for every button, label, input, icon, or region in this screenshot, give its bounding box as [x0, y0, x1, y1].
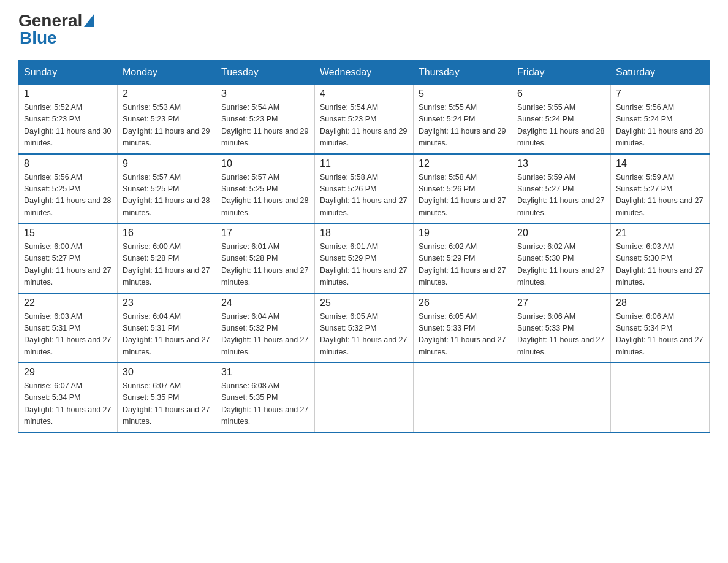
calendar-week-4: 22Sunrise: 6:03 AMSunset: 5:31 PMDayligh…	[19, 293, 710, 363]
day-info: Sunrise: 6:07 AMSunset: 5:34 PMDaylight:…	[24, 380, 112, 428]
calendar-cell: 21Sunrise: 6:03 AMSunset: 5:30 PMDayligh…	[611, 223, 710, 293]
calendar-cell	[512, 362, 611, 432]
calendar-cell: 12Sunrise: 5:58 AMSunset: 5:26 PMDayligh…	[414, 154, 512, 224]
calendar-week-5: 29Sunrise: 6:07 AMSunset: 5:34 PMDayligh…	[19, 362, 710, 432]
calendar-cell: 14Sunrise: 5:59 AMSunset: 5:27 PMDayligh…	[611, 154, 710, 224]
day-info: Sunrise: 6:01 AMSunset: 5:28 PMDaylight:…	[221, 241, 309, 289]
day-number: 29	[24, 367, 112, 378]
day-number: 26	[419, 297, 507, 308]
logo-arrow-icon	[84, 13, 94, 27]
day-number: 14	[616, 158, 704, 169]
day-info: Sunrise: 5:54 AMSunset: 5:23 PMDaylight:…	[221, 102, 309, 150]
calendar-cell: 15Sunrise: 6:00 AMSunset: 5:27 PMDayligh…	[19, 223, 118, 293]
calendar-cell: 8Sunrise: 5:56 AMSunset: 5:25 PMDaylight…	[19, 154, 118, 224]
logo-general-text: General	[18, 12, 82, 29]
day-number: 19	[419, 228, 507, 239]
day-number: 22	[24, 297, 112, 308]
day-number: 2	[123, 88, 211, 99]
calendar-cell: 19Sunrise: 6:02 AMSunset: 5:29 PMDayligh…	[414, 223, 512, 293]
day-number: 30	[123, 367, 211, 378]
day-info: Sunrise: 5:57 AMSunset: 5:25 PMDaylight:…	[221, 172, 309, 220]
day-number: 8	[24, 158, 112, 169]
day-number: 18	[320, 228, 408, 239]
day-info: Sunrise: 5:56 AMSunset: 5:24 PMDaylight:…	[616, 102, 704, 150]
day-number: 5	[419, 88, 507, 99]
calendar-cell: 18Sunrise: 6:01 AMSunset: 5:29 PMDayligh…	[315, 223, 414, 293]
calendar-cell: 26Sunrise: 6:05 AMSunset: 5:33 PMDayligh…	[414, 293, 512, 363]
header-cell-sunday: Sunday	[19, 61, 118, 85]
calendar-cell	[414, 362, 512, 432]
calendar-header: SundayMondayTuesdayWednesdayThursdayFrid…	[19, 61, 710, 85]
day-number: 17	[221, 228, 309, 239]
day-info: Sunrise: 5:58 AMSunset: 5:26 PMDaylight:…	[419, 172, 507, 220]
calendar-cell: 27Sunrise: 6:06 AMSunset: 5:33 PMDayligh…	[512, 293, 611, 363]
calendar-cell: 4Sunrise: 5:54 AMSunset: 5:23 PMDaylight…	[315, 85, 414, 154]
calendar-cell: 13Sunrise: 5:59 AMSunset: 5:27 PMDayligh…	[512, 154, 611, 224]
calendar-cell: 11Sunrise: 5:58 AMSunset: 5:26 PMDayligh…	[315, 154, 414, 224]
calendar-cell: 7Sunrise: 5:56 AMSunset: 5:24 PMDaylight…	[611, 85, 710, 154]
day-info: Sunrise: 6:02 AMSunset: 5:30 PMDaylight:…	[517, 241, 605, 289]
day-number: 20	[517, 228, 605, 239]
day-info: Sunrise: 6:00 AMSunset: 5:27 PMDaylight:…	[24, 241, 112, 289]
calendar-cell: 3Sunrise: 5:54 AMSunset: 5:23 PMDaylight…	[216, 85, 315, 154]
day-info: Sunrise: 6:04 AMSunset: 5:31 PMDaylight:…	[123, 311, 211, 359]
header-cell-saturday: Saturday	[611, 61, 710, 85]
day-number: 24	[221, 297, 309, 308]
day-info: Sunrise: 5:57 AMSunset: 5:25 PMDaylight:…	[123, 172, 211, 220]
calendar-cell: 20Sunrise: 6:02 AMSunset: 5:30 PMDayligh…	[512, 223, 611, 293]
calendar-cell: 9Sunrise: 5:57 AMSunset: 5:25 PMDaylight…	[118, 154, 216, 224]
day-number: 9	[123, 158, 211, 169]
calendar-cell: 10Sunrise: 5:57 AMSunset: 5:25 PMDayligh…	[216, 154, 315, 224]
calendar-cell: 16Sunrise: 6:00 AMSunset: 5:28 PMDayligh…	[118, 223, 216, 293]
calendar-cell: 1Sunrise: 5:52 AMSunset: 5:23 PMDaylight…	[19, 85, 118, 154]
logo: General Blue	[18, 12, 94, 48]
calendar-cell: 5Sunrise: 5:55 AMSunset: 5:24 PMDaylight…	[414, 85, 512, 154]
calendar-cell: 28Sunrise: 6:06 AMSunset: 5:34 PMDayligh…	[611, 293, 710, 363]
day-info: Sunrise: 6:01 AMSunset: 5:29 PMDaylight:…	[320, 241, 408, 289]
day-info: Sunrise: 5:55 AMSunset: 5:24 PMDaylight:…	[419, 102, 507, 150]
calendar-cell: 30Sunrise: 6:07 AMSunset: 5:35 PMDayligh…	[118, 362, 216, 432]
day-number: 10	[221, 158, 309, 169]
calendar-body: 1Sunrise: 5:52 AMSunset: 5:23 PMDaylight…	[19, 85, 710, 432]
day-info: Sunrise: 6:04 AMSunset: 5:32 PMDaylight:…	[221, 311, 309, 359]
header-cell-wednesday: Wednesday	[315, 61, 414, 85]
calendar-cell: 25Sunrise: 6:05 AMSunset: 5:32 PMDayligh…	[315, 293, 414, 363]
day-number: 27	[517, 297, 605, 308]
header-row: SundayMondayTuesdayWednesdayThursdayFrid…	[19, 61, 710, 85]
day-info: Sunrise: 5:59 AMSunset: 5:27 PMDaylight:…	[616, 172, 704, 220]
day-info: Sunrise: 6:06 AMSunset: 5:34 PMDaylight:…	[616, 311, 704, 359]
day-number: 21	[616, 228, 704, 239]
day-info: Sunrise: 5:59 AMSunset: 5:27 PMDaylight:…	[517, 172, 605, 220]
day-number: 15	[24, 228, 112, 239]
calendar-cell: 17Sunrise: 6:01 AMSunset: 5:28 PMDayligh…	[216, 223, 315, 293]
header-cell-tuesday: Tuesday	[216, 61, 315, 85]
header-cell-friday: Friday	[512, 61, 611, 85]
calendar-cell	[315, 362, 414, 432]
day-number: 16	[123, 228, 211, 239]
header-cell-thursday: Thursday	[414, 61, 512, 85]
calendar-cell: 23Sunrise: 6:04 AMSunset: 5:31 PMDayligh…	[118, 293, 216, 363]
calendar-cell: 2Sunrise: 5:53 AMSunset: 5:23 PMDaylight…	[118, 85, 216, 154]
day-info: Sunrise: 6:07 AMSunset: 5:35 PMDaylight:…	[123, 380, 211, 428]
day-number: 23	[123, 297, 211, 308]
day-info: Sunrise: 5:54 AMSunset: 5:23 PMDaylight:…	[320, 102, 408, 150]
day-number: 1	[24, 88, 112, 99]
day-info: Sunrise: 6:08 AMSunset: 5:35 PMDaylight:…	[221, 380, 309, 428]
day-number: 7	[616, 88, 704, 99]
calendar-cell: 29Sunrise: 6:07 AMSunset: 5:34 PMDayligh…	[19, 362, 118, 432]
header-cell-monday: Monday	[118, 61, 216, 85]
calendar-cell: 6Sunrise: 5:55 AMSunset: 5:24 PMDaylight…	[512, 85, 611, 154]
day-info: Sunrise: 5:53 AMSunset: 5:23 PMDaylight:…	[123, 102, 211, 150]
day-number: 4	[320, 88, 408, 99]
day-info: Sunrise: 6:02 AMSunset: 5:29 PMDaylight:…	[419, 241, 507, 289]
calendar-week-3: 15Sunrise: 6:00 AMSunset: 5:27 PMDayligh…	[19, 223, 710, 293]
day-info: Sunrise: 5:56 AMSunset: 5:25 PMDaylight:…	[24, 172, 112, 220]
calendar-table: SundayMondayTuesdayWednesdayThursdayFrid…	[18, 60, 710, 433]
day-info: Sunrise: 5:55 AMSunset: 5:24 PMDaylight:…	[517, 102, 605, 150]
day-info: Sunrise: 6:05 AMSunset: 5:33 PMDaylight:…	[419, 311, 507, 359]
day-number: 11	[320, 158, 408, 169]
day-info: Sunrise: 6:05 AMSunset: 5:32 PMDaylight:…	[320, 311, 408, 359]
day-info: Sunrise: 6:00 AMSunset: 5:28 PMDaylight:…	[123, 241, 211, 289]
day-number: 25	[320, 297, 408, 308]
calendar-cell: 31Sunrise: 6:08 AMSunset: 5:35 PMDayligh…	[216, 362, 315, 432]
